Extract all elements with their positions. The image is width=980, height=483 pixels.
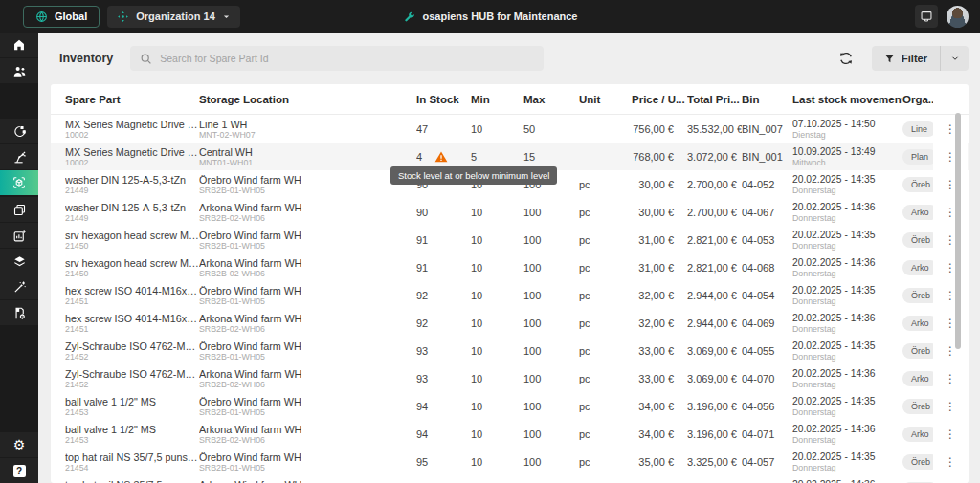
total-price-value: 3.325,00 € [687,456,742,468]
sidebar-item-help[interactable]: ? [0,458,38,483]
table-row[interactable]: ball valve 1 1/2" MS 21453 Arkona Wind f… [51,420,969,448]
spare-part-id: 21450 [65,269,199,278]
table-row[interactable]: MX Series Magnetic Drive Pump 10002 Line… [51,115,969,143]
organization-badge: Arko [902,316,933,331]
screen-share-button[interactable] [915,5,938,28]
column-header-organization[interactable]: Orga... [902,94,933,105]
total-price-value: 2.821,00 € [687,262,742,274]
total-price-value: 35.532,00 € [687,123,742,135]
storage-location-name: Örebro Wind farm WH [199,230,416,241]
min-value: 10 [471,373,523,384]
min-value: 10 [471,401,523,412]
table-row[interactable]: hex screw ISO 4014-M16x50-10.9 21451 Ark… [51,309,969,337]
table-row[interactable]: top hat rail NS 35/7,5 punshed ... 21454… [51,448,969,475]
table-row[interactable]: Zyl-Schraube ISO 4762-M24x80... 21452 Ar… [51,364,969,392]
spare-part-name: hex screw ISO 4014-M16x50-10.9 [65,313,199,324]
table-row[interactable]: Zyl-Schraube ISO 4762-M24x80... 21452 Ör… [51,337,969,364]
min-value: 10 [471,345,523,357]
sidebar-item-windows[interactable] [0,197,38,222]
table-row[interactable]: washer DIN 125-A-5,3-tZn 21449 Arkona Wi… [51,198,969,226]
table-row[interactable]: srv hexagon head screw M30x1... 21450 Ar… [51,253,969,281]
table-row[interactable]: ball valve 1 1/2" MS 21453 Örebro Wind f… [51,392,969,420]
total-price-value: 3.072,00 € [687,151,742,163]
in-stock-value: 93 [416,373,428,384]
spare-part-name: srv hexagon head screw M30x1... [65,230,199,241]
sidebar-item-settings[interactable]: ⚙ [0,432,38,457]
sidebar-item-magic-wand[interactable] [0,274,38,299]
filter-button[interactable]: Filter [872,46,940,71]
spare-part-id: 21449 [65,213,199,223]
bin-value: 04-071 [742,428,792,440]
max-value: 100 [523,234,579,246]
storage-location-code: SRB2B-02-WH06 [199,324,416,334]
total-price-value: 3.196,00 € [687,428,742,440]
column-header-min[interactable]: Min [471,94,523,105]
in-stock-value: 94 [416,401,428,412]
table-row[interactable]: srv hexagon head screw M30x1... 21450 Ör… [51,226,969,253]
min-value: 10 [471,234,523,246]
storage-location-name: Örebro Wind farm WH [199,451,416,463]
total-price-value: 2.700,00 € [687,207,742,218]
bin-value: 04-069 [742,318,792,329]
global-scope-button[interactable]: Global [23,6,100,28]
storage-location-name: Central WH [199,146,416,158]
column-header-bin[interactable]: Bin [742,94,792,105]
user-avatar[interactable] [947,6,969,28]
spare-part-name: MX Series Magnetic Drive Pump [65,146,199,158]
search-box[interactable] [130,46,544,71]
search-input[interactable] [160,53,534,64]
sidebar-item-robot-arm[interactable] [0,144,38,169]
sidebar-item-chart-add[interactable] [0,223,38,248]
spare-part-id: 21453 [65,435,199,445]
in-stock-value: 91 [416,234,428,246]
bin-value: 04-070 [742,373,792,384]
bin-value: 04-068 [742,262,792,274]
storage-location-code: SRB2B-01-WH05 [199,407,416,417]
organization-selector[interactable]: Organization 14 [107,6,240,28]
last-movement-datetime: 20.02.2025 - 14:36 [792,368,902,380]
min-value: 5 [471,151,523,163]
min-value: 10 [471,456,523,468]
inventory-table-card: Spare Part Storage Location In Stock Min… [51,84,969,483]
sidebar-item-inventory[interactable] [0,170,38,195]
filter-label: Filter [902,53,927,64]
row-menu-button[interactable]: ⋮ [945,401,956,412]
last-movement-datetime: 20.02.2025 - 14:36 [792,313,902,324]
sidebar-item-report-settings[interactable] [0,300,38,325]
spare-part-id: 21451 [65,324,199,334]
sidebar-item-process-history[interactable] [0,119,38,143]
spare-part-name: top hat rail NS 35/7,5 punshed ... [65,479,199,483]
row-menu-button[interactable]: ⋮ [945,428,956,440]
last-movement-datetime: 20.02.2025 - 14:36 [792,202,902,213]
search-icon [140,53,152,65]
report-settings-icon [12,306,27,320]
column-header-unit[interactable]: Unit [579,94,632,105]
filter-dropdown-button[interactable] [941,46,969,71]
total-price-value: 3.196,00 € [687,401,742,412]
table-row[interactable]: top hat rail NS 35/7,5 punshed ... 21454… [51,475,969,483]
in-stock-value: 94 [416,428,428,440]
bin-value: 04-057 [742,456,792,468]
organization-badge: Öreb [902,288,933,303]
sidebar-item-layers[interactable] [0,249,38,274]
column-header-in-stock[interactable]: In Stock [416,94,471,105]
column-header-total-price[interactable]: Total Pri... [687,94,742,105]
spare-part-id: 21451 [65,296,199,306]
unit-value: pc [579,401,632,412]
refresh-button[interactable] [834,46,858,71]
storage-location-name: Arkona Wind farm WH [199,368,416,380]
last-movement-datetime: 20.02.2025 - 14:35 [792,396,902,407]
row-menu-button[interactable]: ⋮ [945,373,956,384]
sidebar-item-home[interactable] [0,33,38,57]
table-row[interactable]: hex screw ISO 4014-M16x50-10.9 21451 Öre… [51,281,969,309]
column-header-spare-part[interactable]: Spare Part [65,94,199,105]
column-header-last-stock-movement[interactable]: Last stock movement [792,94,902,105]
column-header-storage-location[interactable]: Storage Location [199,94,416,105]
vertical-scrollbar[interactable] [955,113,961,349]
price-per-unit-value: 33,00 € [632,373,687,384]
column-header-price-per-unit[interactable]: Price / U... [632,94,687,105]
row-menu-button[interactable]: ⋮ [945,456,956,468]
sidebar-item-users[interactable] [0,58,38,83]
table-header-row: Spare Part Storage Location In Stock Min… [51,84,969,115]
column-header-max[interactable]: Max [523,94,579,105]
